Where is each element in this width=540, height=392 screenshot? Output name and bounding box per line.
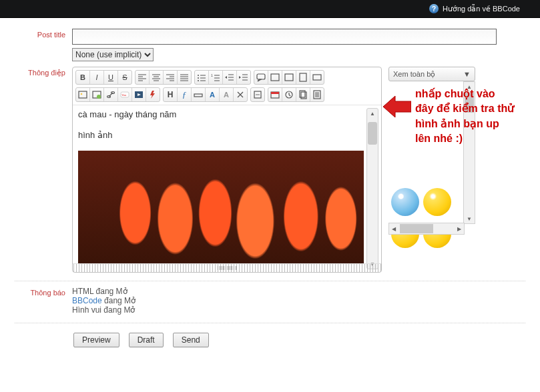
scroll-down-icon[interactable]: ▼ bbox=[464, 214, 475, 223]
category-select[interactable]: None (use implicit) bbox=[72, 48, 154, 61]
font-size-button[interactable] bbox=[192, 88, 206, 101]
separator bbox=[15, 323, 525, 323]
svg-text:1: 1 bbox=[211, 73, 213, 77]
align-center-button[interactable] bbox=[150, 71, 164, 84]
svg-rect-5 bbox=[271, 74, 279, 81]
svg-rect-18 bbox=[194, 94, 202, 97]
align-right-button[interactable] bbox=[164, 71, 178, 84]
notice-bbcode-status: đang Mở bbox=[102, 296, 136, 305]
separator bbox=[15, 281, 525, 281]
draft-button[interactable]: Draft bbox=[129, 333, 164, 347]
label-message: Thông điệp bbox=[0, 67, 65, 77]
code-button[interactable] bbox=[268, 71, 282, 84]
note-button[interactable] bbox=[296, 71, 310, 84]
notice-smile-status: Hình vui đang Mở bbox=[72, 305, 136, 315]
help-icon: ? bbox=[429, 4, 439, 13]
svg-point-20 bbox=[256, 94, 257, 95]
bbcode-help-link[interactable]: Hướng dẫn về BBCode bbox=[443, 5, 520, 13]
underline-button[interactable]: U bbox=[104, 71, 118, 84]
svg-rect-6 bbox=[285, 74, 293, 81]
svg-point-2 bbox=[198, 80, 199, 81]
font-color-button[interactable]: A bbox=[206, 88, 220, 101]
annotation-text: nhấp chuột vào đây để kiểm tra thử hình … bbox=[415, 87, 515, 147]
remove-format-button[interactable] bbox=[234, 88, 247, 101]
scroll-up-icon[interactable]: ▲ bbox=[367, 109, 378, 118]
editor-line-2: hình ảnh bbox=[78, 130, 364, 140]
date-button[interactable] bbox=[268, 88, 282, 101]
scroll-right-icon[interactable]: ▶ bbox=[455, 223, 464, 234]
scroll-thumb[interactable] bbox=[368, 122, 377, 145]
send-button[interactable]: Send bbox=[173, 333, 209, 347]
svg-rect-9 bbox=[79, 91, 87, 98]
svg-rect-7 bbox=[300, 73, 306, 81]
copy-button[interactable] bbox=[296, 88, 310, 101]
align-left-button[interactable] bbox=[136, 71, 150, 84]
top-bar: ? Hướng dẫn về BBCode bbox=[0, 0, 540, 18]
editor-toolbar: B I U S bbox=[73, 67, 381, 105]
preview-button[interactable]: Preview bbox=[73, 333, 119, 347]
font-color2-button[interactable]: A bbox=[220, 88, 234, 101]
svg-rect-4 bbox=[257, 74, 265, 79]
emoji-item[interactable] bbox=[391, 188, 419, 216]
italic-button[interactable]: I bbox=[90, 71, 104, 84]
svg-text:You: You bbox=[121, 93, 127, 97]
scroll-thumb[interactable] bbox=[400, 224, 433, 233]
image2-button[interactable] bbox=[90, 88, 104, 101]
svg-rect-8 bbox=[313, 75, 321, 80]
svg-point-21 bbox=[257, 94, 258, 95]
editor-scrollbar[interactable]: ▲ ▼ bbox=[366, 108, 378, 269]
list-ul-button[interactable] bbox=[195, 71, 209, 84]
bold-button[interactable]: B bbox=[76, 71, 90, 84]
svg-point-10 bbox=[81, 93, 83, 95]
editor-line-1: cà mau - ngày tháng năm bbox=[78, 109, 364, 119]
youtube-button[interactable]: You bbox=[118, 88, 132, 101]
link-button[interactable] bbox=[104, 88, 118, 101]
quote-button[interactable] bbox=[254, 71, 268, 84]
more-button[interactable] bbox=[251, 88, 264, 101]
emoji-dropdown-label: Xem toàn bộ bbox=[393, 70, 435, 79]
svg-point-22 bbox=[258, 94, 260, 95]
paste-button[interactable] bbox=[310, 88, 324, 101]
emoji-hscrollbar[interactable]: ◀ ▶ bbox=[388, 223, 465, 235]
indent-button[interactable] bbox=[237, 71, 250, 84]
flash-button[interactable] bbox=[146, 88, 160, 101]
strike-button[interactable]: S bbox=[118, 71, 131, 84]
post-title-input[interactable] bbox=[72, 29, 497, 45]
bbcode-link[interactable]: BBCode bbox=[72, 296, 102, 305]
message-editor: B I U S bbox=[72, 67, 382, 273]
svg-point-12 bbox=[97, 95, 101, 99]
editor-content-area[interactable]: cà mau - ngày tháng năm hình ảnh ▲ ▼ bbox=[73, 105, 381, 272]
extras-button[interactable] bbox=[310, 71, 324, 84]
spoiler-button[interactable] bbox=[282, 71, 296, 84]
list-ol-button[interactable]: 1 bbox=[209, 71, 223, 84]
notice-html-prefix: HTML bbox=[72, 287, 96, 296]
outdent-button[interactable] bbox=[223, 71, 237, 84]
time-button[interactable] bbox=[282, 88, 296, 101]
notice-block: HTML đang Mở BBCode đang Mở Hình vui đan… bbox=[72, 287, 136, 315]
label-post-title: Post title bbox=[0, 29, 65, 39]
svg-rect-24 bbox=[271, 92, 279, 94]
notice-html-status: đang Mở bbox=[96, 287, 127, 296]
label-notice: Thông báo bbox=[0, 287, 65, 297]
svg-rect-28 bbox=[314, 91, 320, 99]
align-justify-button[interactable] bbox=[178, 71, 191, 84]
heading-button[interactable]: H bbox=[164, 88, 178, 101]
svg-point-1 bbox=[198, 77, 199, 79]
scroll-left-icon[interactable]: ◀ bbox=[389, 223, 398, 234]
svg-point-0 bbox=[198, 75, 199, 76]
font-family-button[interactable]: ƒ bbox=[178, 88, 192, 101]
image-button[interactable] bbox=[76, 88, 90, 101]
editor-resize-handle[interactable] bbox=[73, 263, 381, 272]
chevron-down-icon: ▼ bbox=[463, 70, 471, 78]
annotation-callout: nhấp chuột vào đây để kiểm tra thử hình … bbox=[382, 87, 515, 147]
emoji-dropdown[interactable]: Xem toàn bộ ▼ bbox=[388, 67, 475, 81]
editor-image bbox=[78, 151, 364, 264]
emoji-item[interactable] bbox=[423, 188, 451, 216]
media-button[interactable] bbox=[132, 88, 146, 101]
